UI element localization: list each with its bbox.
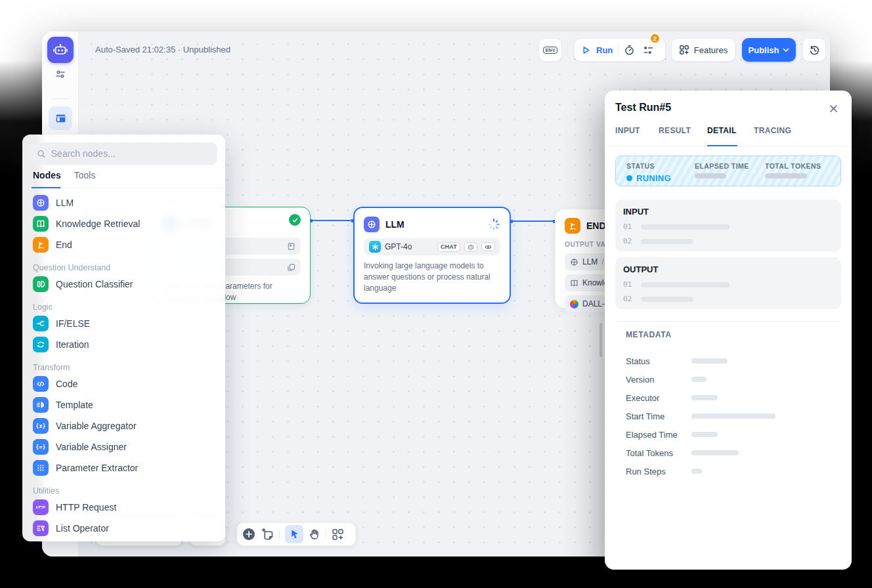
- end-row-separator: /: [601, 257, 603, 266]
- node-item-variable-aggregator[interactable]: {x} Variable Aggregator: [29, 415, 219, 436]
- meta-skeleton: [691, 395, 718, 400]
- search-input[interactable]: [51, 148, 211, 159]
- node-item-if-else[interactable]: IF/ELSE: [29, 313, 219, 334]
- metadata-divider: [615, 321, 841, 322]
- robot-icon: [53, 42, 68, 58]
- history-icon: [809, 45, 820, 56]
- input-title: INPUT: [623, 207, 833, 217]
- app-logo[interactable]: [47, 37, 74, 63]
- list-operator-icon: [33, 520, 49, 536]
- cursor-icon: [290, 529, 299, 539]
- preferences-button[interactable]: [55, 69, 66, 79]
- features-button[interactable]: Features: [671, 38, 735, 62]
- page-background: Auto-Saved 21:02:35 · Unpublished ENV Ru…: [0, 0, 872, 588]
- node-item-parameter-extractor[interactable]: Parameter Extractor: [29, 457, 219, 478]
- agent-badge: [464, 242, 477, 252]
- meta-skeleton: [691, 450, 739, 455]
- hand-mode-button[interactable]: [309, 528, 320, 540]
- notification-badge: 2: [649, 33, 661, 44]
- vision-badge: [481, 242, 495, 251]
- llm-node[interactable]: LLM GPT-4o CHAT: [353, 207, 511, 304]
- llm-icon: [33, 195, 49, 211]
- checklist-icon[interactable]: [643, 45, 654, 56]
- add-node-button[interactable]: [242, 527, 256, 541]
- loading-spinner-icon: [487, 218, 500, 231]
- tab-tools[interactable]: Tools: [74, 170, 96, 188]
- node-item-label: End: [56, 240, 72, 250]
- close-icon: [829, 104, 838, 113]
- hand-icon: [309, 528, 320, 540]
- tab-result[interactable]: RESULT: [659, 126, 707, 135]
- node-item-iteration[interactable]: Iteration: [29, 334, 219, 355]
- play-icon[interactable]: [581, 45, 591, 55]
- variable-aggregator-icon: {x}: [33, 418, 49, 434]
- history-button[interactable]: [802, 38, 826, 62]
- book-icon: [33, 216, 49, 232]
- classifier-icon: [33, 276, 49, 292]
- llm-icon: [364, 217, 380, 232]
- tab-nodes[interactable]: Nodes: [33, 170, 61, 188]
- topbar-divider: [567, 45, 568, 55]
- input-skeleton: [641, 224, 730, 230]
- template-icon: [33, 397, 49, 413]
- node-item-llm[interactable]: LLM: [29, 192, 219, 213]
- chat-mode-badge: CHAT: [437, 242, 460, 252]
- text-field-icon: [287, 242, 295, 251]
- status-value: RUNING: [636, 173, 671, 183]
- publish-button[interactable]: Publish: [742, 38, 796, 62]
- tab-detail[interactable]: DETAIL: [707, 126, 754, 135]
- meta-label-start-time: Start Time: [626, 411, 691, 421]
- llm-node-description: Invoking large language models to answer…: [364, 261, 500, 294]
- node-item-label: Variable Assigner: [56, 442, 127, 452]
- svg-text:HTTP: HTTP: [36, 505, 46, 509]
- edge-start-to-llm: [311, 220, 353, 221]
- node-item-label: List Operator: [56, 523, 109, 534]
- node-item-list-operator[interactable]: List Operator: [29, 518, 219, 539]
- edge-llm-to-end: [511, 220, 555, 222]
- env-button[interactable]: ENV: [538, 38, 562, 62]
- input-skeleton: [641, 239, 693, 244]
- node-item-question-classifier[interactable]: Question Classifier: [29, 274, 219, 295]
- svg-text:{x}: {x}: [35, 423, 45, 429]
- active-tab-underline: [32, 187, 60, 188]
- publish-label: Publish: [749, 45, 779, 55]
- canvas-scrollbar[interactable]: [600, 323, 602, 357]
- meta-skeleton: [691, 377, 707, 382]
- node-item-template[interactable]: Template: [29, 394, 219, 415]
- section-utilities: Utilities: [33, 485, 215, 497]
- metadata-title: METADATA: [626, 330, 671, 339]
- node-item-label: Iteration: [56, 339, 89, 350]
- run-panel-tabs: INPUT RESULT DETAIL TRACING: [615, 126, 791, 135]
- llm-model-row[interactable]: GPT-4o CHAT: [364, 238, 500, 255]
- add-note-button[interactable]: [261, 528, 274, 541]
- dalle-icon: [570, 300, 578, 308]
- search-box[interactable]: [30, 142, 217, 165]
- section-logic: Logic: [33, 301, 215, 313]
- node-item-label: Parameter Extractor: [56, 463, 138, 473]
- node-item-code[interactable]: Code: [29, 373, 219, 394]
- book-icon: [570, 279, 578, 287]
- tab-tracing[interactable]: TRACING: [754, 126, 791, 135]
- node-item-knowledge-retrieval[interactable]: Knowledge Retrieval: [29, 213, 219, 234]
- elapsed-time-skeleton: [695, 173, 726, 178]
- toolbar-divider: [279, 530, 280, 539]
- node-item-http-request[interactable]: HTTP HTTP Request: [29, 497, 219, 518]
- end-flag-icon: [33, 237, 49, 253]
- meta-label-total-tokens: Total Tokens: [626, 448, 691, 458]
- preview-panel-button[interactable]: [49, 106, 72, 130]
- input-card: INPUT 01 02: [615, 200, 841, 251]
- node-item-end[interactable]: End: [29, 234, 219, 255]
- stopwatch-icon[interactable]: [624, 45, 635, 56]
- run-button[interactable]: Run: [596, 45, 613, 55]
- section-question-understand: Question Understand: [33, 262, 215, 274]
- node-item-label: HTTP Request: [56, 502, 116, 513]
- pointer-mode-button[interactable]: [285, 525, 303, 543]
- tab-input[interactable]: INPUT: [615, 126, 659, 135]
- organize-nodes-button[interactable]: [332, 528, 344, 541]
- node-item-variable-assigner[interactable]: {=} Variable Assigner: [29, 436, 219, 457]
- close-button[interactable]: [827, 102, 839, 114]
- svg-text:{=}: {=}: [35, 444, 45, 450]
- end-row-source: LLM: [582, 257, 598, 266]
- llm-model-name: GPT-4o: [385, 242, 433, 251]
- llm-mini-icon: [570, 258, 578, 266]
